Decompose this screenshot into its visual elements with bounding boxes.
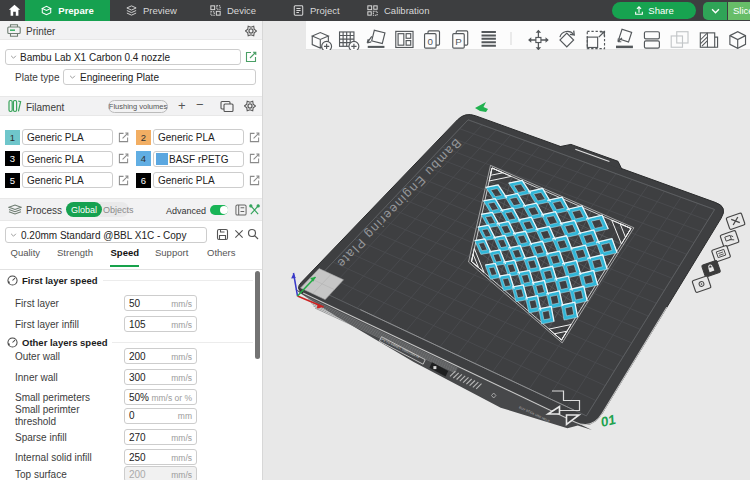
svg-text:P: P bbox=[455, 36, 462, 47]
svg-text:0: 0 bbox=[428, 36, 434, 47]
